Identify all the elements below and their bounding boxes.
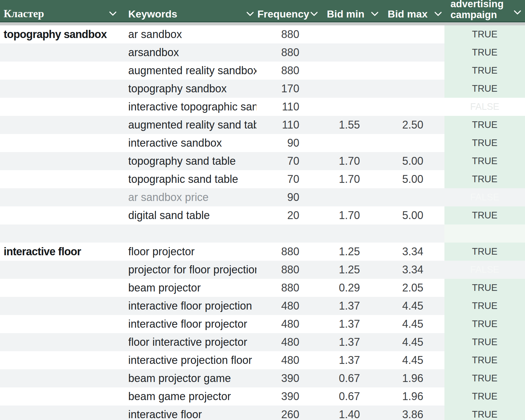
keyword-cell[interactable]: interactive projection floor xyxy=(119,351,256,369)
bid-min-cell[interactable]: 1.37 xyxy=(320,315,381,333)
keyword-cell[interactable]: ar sandbox xyxy=(119,25,256,43)
bid-min-cell[interactable]: 1.55 xyxy=(320,116,381,134)
campaign-cell[interactable]: TRUE xyxy=(444,170,525,188)
frequency-cell[interactable]: 880 xyxy=(256,243,320,261)
chevron-down-icon[interactable] xyxy=(246,8,254,18)
cluster-cell[interactable] xyxy=(0,387,119,406)
frequency-cell[interactable]: 880 xyxy=(256,279,320,297)
bid-max-cell[interactable]: 4.45 xyxy=(381,315,444,333)
column-header-bid-max[interactable]: Bid max xyxy=(381,0,444,21)
chevron-down-icon[interactable] xyxy=(434,8,442,18)
frequency-cell[interactable]: 110 xyxy=(256,116,320,134)
campaign-cell[interactable]: TRUE xyxy=(444,406,525,420)
frequency-cell[interactable]: 110 xyxy=(256,98,320,116)
frequency-cell[interactable]: 880 xyxy=(256,25,320,43)
frequency-cell[interactable]: 70 xyxy=(256,170,320,188)
bid-max-cell[interactable] xyxy=(381,25,444,43)
column-header-keywords[interactable]: Keywords xyxy=(119,0,256,21)
bid-max-cell[interactable] xyxy=(381,188,444,206)
frequency-cell[interactable]: 480 xyxy=(256,333,320,351)
bid-min-cell[interactable]: 1.37 xyxy=(320,351,381,369)
campaign-cell[interactable]: TRUE xyxy=(444,43,525,62)
cluster-cell[interactable] xyxy=(0,224,119,243)
frequency-cell[interactable]: 880 xyxy=(256,62,320,80)
frequency-cell[interactable]: 390 xyxy=(256,387,320,406)
cluster-cell[interactable] xyxy=(0,170,119,188)
bid-min-cell[interactable] xyxy=(320,224,381,243)
column-header-frequency[interactable]: Frequency xyxy=(256,0,320,21)
campaign-cell[interactable]: TRUE xyxy=(444,134,525,152)
frequency-cell[interactable]: 480 xyxy=(256,315,320,333)
cluster-cell[interactable] xyxy=(0,43,119,62)
bid-min-cell[interactable] xyxy=(320,188,381,206)
chevron-down-icon[interactable] xyxy=(109,7,117,18)
frequency-cell[interactable]: 480 xyxy=(256,297,320,315)
bid-max-cell[interactable]: 1.96 xyxy=(381,369,444,387)
bid-max-cell[interactable] xyxy=(381,80,444,98)
campaign-cell[interactable]: FALSE xyxy=(444,98,525,116)
bid-max-cell[interactable] xyxy=(381,43,444,62)
bid-max-cell[interactable]: 3.34 xyxy=(381,261,444,279)
cluster-cell[interactable] xyxy=(0,98,119,116)
bid-max-cell[interactable]: 4.45 xyxy=(381,351,444,369)
keyword-cell[interactable]: beam projector xyxy=(119,279,256,297)
column-header-old-advertising-campaign[interactable]: old advertising campaign xyxy=(444,0,525,21)
bid-min-cell[interactable]: 1.70 xyxy=(320,152,381,170)
bid-min-cell[interactable]: 1.37 xyxy=(320,333,381,351)
frequency-cell[interactable]: 90 xyxy=(256,188,320,206)
cluster-cell[interactable] xyxy=(0,80,119,98)
campaign-cell[interactable]: TRUE xyxy=(444,315,525,333)
keyword-cell[interactable]: digital sand table xyxy=(119,206,256,224)
bid-min-cell[interactable] xyxy=(320,25,381,43)
bid-min-cell[interactable]: 0.29 xyxy=(320,279,381,297)
bid-min-cell[interactable]: 1.70 xyxy=(320,170,381,188)
bid-max-cell[interactable] xyxy=(381,224,444,243)
bid-min-cell[interactable]: 0.67 xyxy=(320,387,381,406)
keyword-cell[interactable]: interactive floor projector xyxy=(119,315,256,333)
campaign-cell[interactable]: TRUE xyxy=(444,62,525,80)
bid-max-cell[interactable]: 4.45 xyxy=(381,333,444,351)
keyword-cell[interactable] xyxy=(119,224,256,243)
frequency-cell[interactable]: 880 xyxy=(256,43,320,62)
frequency-cell[interactable]: 170 xyxy=(256,80,320,98)
frequency-cell[interactable]: 260 xyxy=(256,406,320,420)
column-header-cluster[interactable]: Кластер xyxy=(0,0,119,21)
bid-min-cell[interactable]: 1.25 xyxy=(320,243,381,261)
frequency-cell[interactable]: 480 xyxy=(256,351,320,369)
keyword-cell[interactable]: interactive floor xyxy=(119,406,256,420)
bid-min-cell[interactable]: 1.37 xyxy=(320,297,381,315)
bid-max-cell[interactable]: 3.86 xyxy=(381,406,444,420)
bid-max-cell[interactable]: 5.00 xyxy=(381,152,444,170)
frequency-cell[interactable]: 20 xyxy=(256,206,320,224)
campaign-cell[interactable]: TRUE xyxy=(444,116,525,134)
bid-max-cell[interactable] xyxy=(381,62,444,80)
campaign-cell[interactable]: TRUE xyxy=(444,387,525,406)
keyword-cell[interactable]: arsandbox xyxy=(119,43,256,62)
keyword-cell[interactable]: ar sandbox price xyxy=(119,188,256,206)
campaign-cell[interactable]: TRUE xyxy=(444,243,525,261)
keyword-cell[interactable]: augmented reality sand table xyxy=(119,116,256,134)
bid-min-cell[interactable]: 0.67 xyxy=(320,369,381,387)
chevron-down-icon[interactable] xyxy=(310,8,318,18)
keyword-cell[interactable]: augmented reality sandbox xyxy=(119,62,256,80)
cluster-cell[interactable] xyxy=(0,62,119,80)
campaign-cell[interactable]: TRUE xyxy=(444,351,525,369)
campaign-cell[interactable]: TRUE xyxy=(444,279,525,297)
frequency-cell[interactable]: 70 xyxy=(256,152,320,170)
bid-max-cell[interactable]: 2.05 xyxy=(381,279,444,297)
cluster-cell[interactable] xyxy=(0,152,119,170)
keyword-cell[interactable]: projector for floor projection xyxy=(119,261,256,279)
bid-max-cell[interactable]: 4.45 xyxy=(381,297,444,315)
cluster-cell[interactable] xyxy=(0,206,119,224)
cluster-cell[interactable] xyxy=(0,315,119,333)
cluster-cell[interactable]: interactive floor xyxy=(0,243,119,261)
column-header-bid-min[interactable]: Bid min xyxy=(320,0,381,21)
campaign-cell[interactable]: TRUE xyxy=(444,333,525,351)
campaign-cell[interactable]: TRUE xyxy=(444,206,525,224)
keyword-cell[interactable]: floor interactive projector xyxy=(119,333,256,351)
keyword-cell[interactable]: topography sand table xyxy=(119,152,256,170)
cluster-cell[interactable] xyxy=(0,279,119,297)
bid-max-cell[interactable]: 1.96 xyxy=(381,387,444,406)
bid-min-cell[interactable] xyxy=(320,134,381,152)
campaign-cell[interactable]: TRUE xyxy=(444,25,525,43)
